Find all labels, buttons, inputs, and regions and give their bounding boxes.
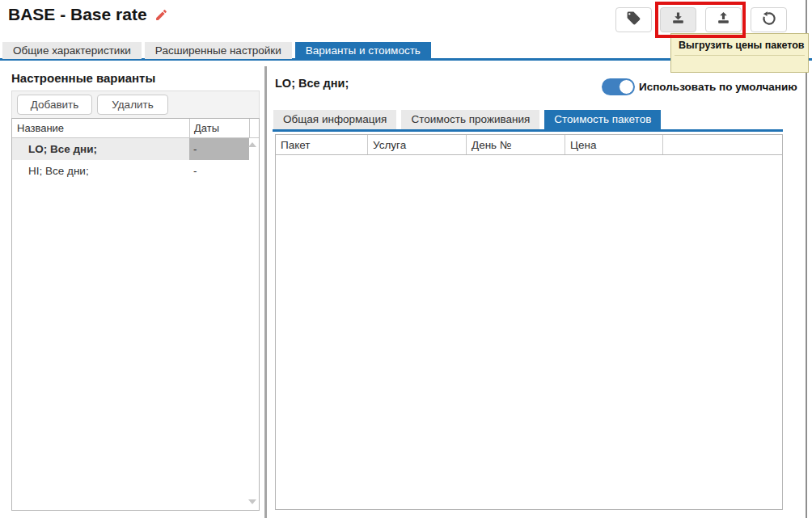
title-row: BASE - Base rate [8, 5, 168, 24]
tag-icon [626, 11, 641, 29]
packages-table-header: Пакет Услуга День № Цена [276, 135, 782, 155]
variant-name: HI; Все дни; [12, 160, 189, 182]
tab-advanced-settings[interactable]: Расширенные настройки [145, 42, 292, 59]
packages-table-body [276, 155, 782, 511]
history-button[interactable] [751, 7, 787, 32]
tooltip-text: Выгрузить цены пакетов [671, 34, 808, 53]
variants-table: Название Даты LO; Все дни; - HI; Все дни… [11, 118, 260, 511]
variant-dates: - [189, 160, 249, 182]
packages-table: Пакет Услуга День № Цена [275, 134, 783, 510]
variant-tabs-underline [273, 129, 783, 132]
variant-tabs: Общая информация Стоимость проживания Ст… [273, 110, 661, 129]
scroll-down-arrow-icon[interactable] [248, 499, 256, 504]
scroll-up-arrow-icon[interactable] [248, 142, 256, 147]
column-header-price: Цена [565, 135, 662, 154]
upload-icon [716, 11, 731, 29]
download-icon [670, 11, 686, 29]
tab-package-cost[interactable]: Стоимость пакетов [544, 110, 661, 129]
column-header-day: День № [466, 135, 565, 154]
variant-name: LO; Все дни; [12, 138, 189, 160]
column-header-package: Пакет [276, 135, 367, 154]
left-panel-heading: Настроенные варианты [11, 71, 155, 85]
variant-row-hi[interactable]: HI; Все дни; - [12, 160, 259, 182]
tab-general-info[interactable]: Общая информация [273, 110, 396, 129]
variants-table-header: Название Даты [12, 119, 259, 138]
delete-variant-button[interactable]: Удалить [97, 95, 168, 115]
tooltip: Выгрузить цены пакетов [670, 33, 809, 73]
page-title: BASE - Base rate [8, 5, 147, 24]
history-icon [761, 11, 777, 30]
column-header-dates: Даты [189, 119, 249, 137]
column-header-scroll [249, 119, 259, 137]
right-edge-border [806, 0, 807, 518]
toggle-knob [619, 79, 634, 95]
column-header-name: Название [12, 119, 189, 137]
download-prices-button[interactable] [660, 7, 696, 32]
upload-prices-button[interactable] [705, 7, 742, 32]
panel-divider [264, 66, 267, 518]
tab-variants-and-cost[interactable]: Варианты и стоимость [295, 42, 431, 59]
column-header-service: Услуга [367, 135, 466, 154]
left-toolbar: Добавить Удалить [11, 91, 260, 118]
tab-accommodation-cost[interactable]: Стоимость проживания [401, 110, 539, 129]
main-tabs: Общие характеристики Расширенные настрой… [2, 42, 431, 59]
add-variant-button[interactable]: Добавить [17, 95, 92, 115]
edit-pencil-icon[interactable] [154, 8, 168, 22]
tooltip-separator [675, 55, 805, 56]
page: BASE - Base rate Выгрузить цены пакетов … [0, 0, 812, 518]
variant-title: LO; Все дни; [275, 77, 349, 90]
column-header-empty [662, 135, 782, 154]
use-by-default-label: Использовать по умолчанию [639, 81, 797, 93]
variant-row-lo[interactable]: LO; Все дни; - [12, 138, 259, 160]
use-by-default-toggle[interactable] [602, 78, 635, 95]
tab-general-characteristics[interactable]: Общие характеристики [2, 42, 142, 59]
variant-dates: - [189, 138, 249, 160]
tag-button[interactable] [615, 7, 652, 32]
